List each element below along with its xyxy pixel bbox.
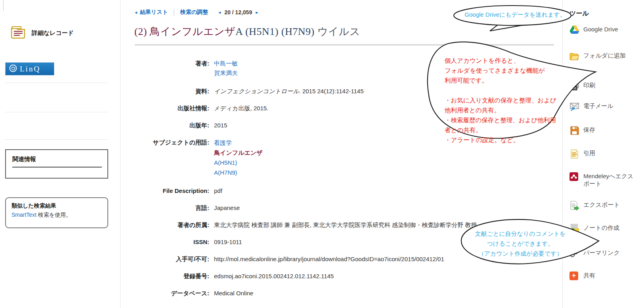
field-row-affiliation: 著者の所属: 東北大学病院 検査部 講師 兼 副部長, 東北大学大学院医学系研究…	[135, 221, 551, 229]
tool-email[interactable]: 電子メール	[569, 102, 639, 112]
similar-results-panel: 類似した検索結果 SmartText 検索を使用。	[5, 197, 108, 228]
linq-label: LinQ	[20, 65, 40, 73]
detailed-record-header: 詳細なレコード	[10, 25, 74, 40]
back-arrow-icon[interactable]: ◂	[135, 10, 137, 15]
field-value: 看護学 鳥インフルエンザ A(H5N1) A(H7N9)	[209, 138, 262, 178]
field-row-pubyear: 出版年: 2015	[135, 121, 551, 129]
field-label: File Description:	[135, 187, 209, 195]
field-value: pdf	[209, 187, 222, 195]
author-link[interactable]: 中島一敏	[214, 59, 238, 67]
availability-url: http://mol.medicalonline.jp/library/jour…	[209, 255, 444, 263]
export-icon	[569, 201, 579, 210]
field-value: 0919-1011	[209, 238, 242, 246]
tool-label: ノートの作成	[583, 224, 619, 233]
drive-bubble-tail	[490, 21, 535, 31]
field-row-language: 言語: Japanese	[135, 204, 551, 212]
field-row-database: データベース: Medical Online	[135, 289, 551, 297]
field-label: 出版年:	[135, 121, 209, 129]
related-info-title: 関連情報	[12, 156, 102, 167]
detailed-record-icon	[10, 25, 26, 40]
field-value: 中島一敏 賀来満夫	[209, 59, 238, 78]
tools-rail-divider	[562, 0, 563, 308]
field-value: edsmoj.ao7iconi.2015.002412.012.1142.114…	[209, 272, 334, 280]
breadcrumb: ◂ 結果リスト │ 検索の調整 ◂ 20 / 12,059 ▸	[135, 9, 258, 16]
field-label: ISSN:	[135, 238, 209, 246]
tool-create-note[interactable]: ノートの作成	[569, 224, 639, 233]
field-label: 著者の所属:	[135, 221, 209, 229]
result-list-link[interactable]: 結果リスト	[140, 9, 168, 16]
tool-cite[interactable]: 引用	[569, 149, 639, 159]
subject-link[interactable]: 看護学	[214, 138, 262, 148]
smarttext-rest: 検索を使用。	[36, 212, 71, 218]
tool-google-drive[interactable]: Google Drive	[569, 25, 639, 35]
field-value: 東北大学病院 検査部 講師 兼 副部長, 東北大学大学院医学系研究科 感染制御・…	[209, 221, 477, 229]
smarttext-link[interactable]: SmartText	[11, 212, 36, 218]
field-label: サブジェクトの用語:	[135, 138, 209, 178]
tool-label: エクスポート	[583, 201, 620, 210]
printer-icon	[569, 81, 579, 91]
field-label: 入手可/不可:	[135, 255, 209, 263]
prev-record-arrow[interactable]: ◂	[218, 10, 221, 15]
tool-label: フォルダに追加	[583, 52, 626, 61]
field-value: インフェクションコントロール. 2015 24(12):1142-1145	[209, 87, 364, 95]
field-row-filedesc: File Description: pdf	[135, 187, 551, 195]
field-row-authors: 著者: 中島一敏 賀来満夫	[135, 59, 551, 78]
mendeley-icon	[569, 172, 579, 182]
tool-label: Mendeleyへエクスポート	[583, 172, 639, 187]
next-record-arrow[interactable]: ▸	[256, 10, 258, 15]
subject-term-highlight[interactable]: 鳥インフルエンザ	[214, 148, 262, 158]
tool-add-to-folder[interactable]: フォルダに追加	[569, 52, 639, 61]
sidebar-divider	[5, 139, 107, 140]
field-row-publisher: 出版社情報: メディカ出版, 2015.	[135, 104, 551, 112]
tool-save[interactable]: 保存	[569, 126, 639, 135]
title-suffix: ウイルス	[315, 26, 360, 37]
journal-title: インフェクションコントロール.	[214, 88, 301, 94]
page-title: (2) 鳥インフルエンザA (H5N1) (H7N9) ウイルス	[134, 25, 360, 38]
detailed-record-label: 詳細なレコード	[32, 29, 74, 37]
note-icon	[569, 224, 579, 233]
field-row-subjects: サブジェクトの用語: 看護学 鳥インフルエンザ A(H5N1) A(H7N9)	[135, 138, 551, 178]
source-detail: 2015 24(12):1142-1145	[301, 88, 364, 94]
sidebar-divider	[5, 83, 107, 83]
tool-label: 保存	[583, 126, 595, 135]
field-label: 著者:	[135, 59, 209, 78]
tool-label: 電子メール	[583, 102, 613, 112]
tool-label: 印刷	[583, 81, 595, 91]
drive-annotation-text: Google Driveにもデータを送れます。	[456, 11, 575, 19]
tool-print[interactable]: 印刷	[569, 81, 639, 91]
refine-search-link[interactable]: 検索の調整	[180, 9, 208, 16]
record-fields: 著者: 中島一敏 賀来満夫 資料: インフェクションコントロール. 2015 2…	[135, 59, 551, 306]
field-label: 言語:	[135, 204, 209, 212]
field-label: 登録番号:	[135, 272, 209, 280]
field-row-source: 資料: インフェクションコントロール. 2015 24(12):1142-114…	[135, 87, 551, 95]
tool-label: 引用	[583, 149, 595, 159]
field-value: 2015	[209, 121, 227, 129]
sidebar-divider	[5, 112, 107, 112]
left-sidebar-divider	[120, 0, 120, 308]
field-value: メディカ出版, 2015.	[209, 104, 268, 112]
title-maroon: (2) 鳥インフルエンザ	[134, 26, 235, 37]
subject-link[interactable]: A(H7N9)	[214, 168, 262, 177]
similar-results-text: SmartText 検索を使用。	[11, 212, 102, 219]
linq-button[interactable]: LinQ	[5, 62, 54, 75]
similar-results-title: 類似した検索結果	[11, 202, 102, 210]
tool-export[interactable]: エクスポート	[569, 201, 639, 210]
folder-icon	[569, 52, 579, 61]
author-link[interactable]: 賀来満夫	[214, 69, 238, 77]
permalink-icon	[569, 249, 579, 258]
title-code: A (H5N1) (H7N9)	[235, 26, 315, 37]
share-icon: +	[569, 271, 579, 281]
page: 詳細なレコード LinQ 関連情報 類似した検索結果 SmartText 検索を…	[0, 0, 644, 308]
tool-mendeley-export[interactable]: Mendeleyへエクスポート	[569, 172, 639, 187]
field-label: 資料:	[135, 87, 209, 95]
nav-separator: │	[171, 9, 178, 15]
field-row-issn: ISSN: 0919-1011	[135, 238, 551, 246]
tool-label: Google Drive	[583, 25, 618, 35]
tool-share[interactable]: + 共有	[569, 271, 639, 281]
related-info-panel: 関連情報	[5, 149, 108, 179]
email-icon	[569, 102, 579, 112]
subject-link[interactable]: A(H5N1)	[214, 158, 262, 167]
field-value: Japanese	[209, 204, 240, 212]
drive-bubble	[454, 6, 571, 25]
tool-permalink[interactable]: パーマリンク	[569, 249, 639, 258]
